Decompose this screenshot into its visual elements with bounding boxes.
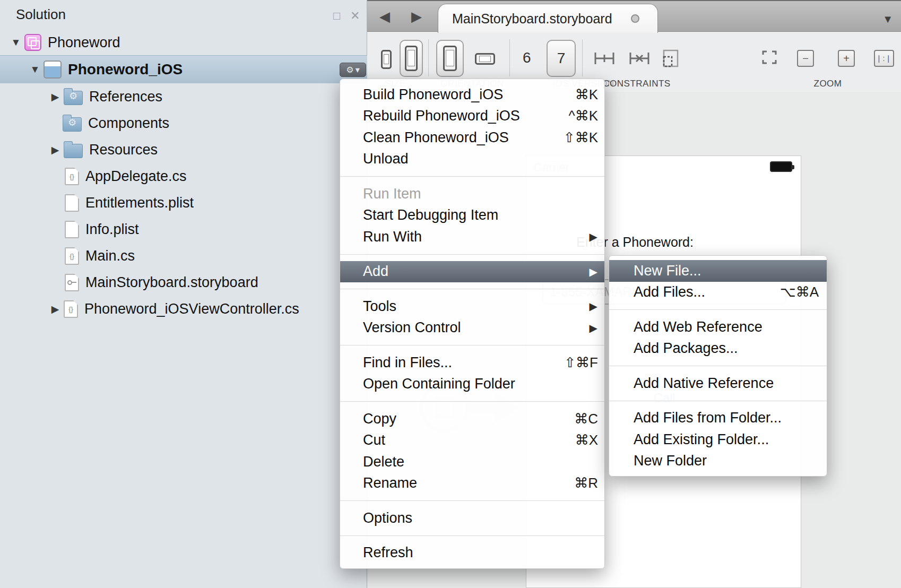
folder-gear-emblem-icon: ⚙ bbox=[63, 117, 81, 128]
portrait-phone-icon bbox=[443, 46, 457, 71]
toolbar-label-constraints: CONSTRAINTS bbox=[603, 79, 670, 89]
tree-item-label: AppDelegate.cs bbox=[85, 168, 187, 185]
ios-version-7-button-selected[interactable]: 7 bbox=[547, 40, 576, 77]
menu-item-shortcut: ^⌘K bbox=[568, 108, 598, 124]
menu-item-unload[interactable]: Unload bbox=[340, 149, 604, 170]
orientation-portrait-button-selected[interactable] bbox=[436, 40, 464, 77]
pad-minimize-icon[interactable]: □ bbox=[333, 11, 340, 21]
menu-item-copy[interactable]: Copy ⌘C bbox=[340, 408, 604, 430]
version-label: 7 bbox=[557, 50, 566, 67]
expander-expanded-icon[interactable]: ▼ bbox=[27, 64, 44, 75]
menu-item-label: Add Web Reference bbox=[634, 319, 763, 335]
editor-tab-bar: ◀ ▶ MainStoryboard.storyboard ▼ bbox=[367, 0, 901, 32]
zoom-out-button[interactable]: − bbox=[797, 50, 814, 67]
menu-separator bbox=[609, 401, 827, 401]
menu-item-delete[interactable]: Delete bbox=[340, 451, 604, 473]
constraint-width-button[interactable] bbox=[593, 51, 616, 66]
size-iphone35-button[interactable] bbox=[381, 50, 392, 69]
tree-item-maincs[interactable]: {} Main.cs bbox=[0, 243, 367, 269]
tree-item-appdelegate[interactable]: {} AppDelegate.cs bbox=[0, 163, 367, 189]
project-options-gear-button[interactable]: ⚙▾ bbox=[340, 63, 366, 77]
solution-pad-header: Solution □ ✕ bbox=[0, 0, 367, 28]
tree-item-label: Info.plist bbox=[85, 221, 139, 238]
menu-item-label: Clean Phoneword_iOS bbox=[363, 129, 509, 146]
zoom-in-button[interactable]: + bbox=[838, 50, 855, 67]
menu-item-label: Run With bbox=[363, 229, 422, 245]
menu-separator bbox=[609, 366, 827, 366]
menu-item-cut[interactable]: Cut ⌘X bbox=[340, 430, 604, 452]
orientation-landscape-button[interactable] bbox=[475, 53, 495, 65]
menu-item-start-debugging-item[interactable]: Start Debugging Item bbox=[340, 205, 604, 227]
menu-item-rename[interactable]: Rename ⌘R bbox=[340, 473, 604, 495]
tab-mainstoryboard[interactable]: MainStoryboard.storyboard bbox=[438, 4, 658, 33]
tree-item-infoplist[interactable]: Info.plist bbox=[0, 216, 367, 243]
ios-version-6-button[interactable]: 6 bbox=[523, 49, 531, 66]
toolbar-separator bbox=[509, 39, 510, 76]
menu-item-label: Rename bbox=[363, 475, 417, 491]
menu-item-clean[interactable]: Clean Phoneword_iOS ⇧⌘K bbox=[340, 127, 604, 149]
csharp-glyph: {} bbox=[70, 252, 74, 260]
menu-separator bbox=[340, 401, 604, 402]
menu-item-options[interactable]: Options bbox=[340, 507, 604, 529]
tree-item-entitlements[interactable]: Entitlements.plist bbox=[0, 189, 367, 216]
menu-item-label: Delete bbox=[363, 454, 404, 470]
tree-item-components[interactable]: ⚙ Components bbox=[0, 110, 367, 136]
menu-separator bbox=[340, 176, 604, 177]
tree-item-references[interactable]: ▶ ⚙ References bbox=[0, 83, 367, 110]
menu-item-label: New File... bbox=[634, 263, 701, 279]
zoom-fit-button[interactable] bbox=[761, 50, 778, 67]
expander-collapsed-icon[interactable]: ▶ bbox=[47, 144, 64, 156]
zoom-actual-size-button[interactable]: ❘:❘ bbox=[874, 50, 894, 67]
menu-item-rebuild[interactable]: Rebuild Phoneword_iOS ^⌘K bbox=[340, 106, 604, 127]
submenu-item-add-existing-folder[interactable]: Add Existing Folder... bbox=[609, 429, 827, 451]
tree-item-label: Components bbox=[88, 115, 169, 132]
submenu-item-add-files[interactable]: Add Files... ⌥⌘A bbox=[609, 282, 827, 304]
tree-item-resources[interactable]: ▶ Resources bbox=[0, 136, 367, 163]
submenu-item-add-files-from-folder[interactable]: Add Files from Folder... bbox=[609, 408, 827, 429]
tab-list-dropdown-icon[interactable]: ▼ bbox=[882, 13, 893, 25]
gear-caret-icon: ▾ bbox=[356, 65, 360, 75]
submenu-item-new-file[interactable]: New File... bbox=[609, 260, 827, 282]
constraint-remove-button[interactable] bbox=[628, 51, 651, 66]
menu-item-label: Find in Files... bbox=[363, 354, 452, 371]
solution-pad: Solution □ ✕ ▼ Phoneword ▼ Phoneword_iOS… bbox=[0, 0, 367, 588]
menu-item-open-containing-folder[interactable]: Open Containing Folder bbox=[340, 374, 604, 395]
menu-item-label: Unload bbox=[363, 151, 409, 167]
navigate-forward-icon[interactable]: ▶ bbox=[411, 8, 422, 25]
menu-item-run-with[interactable]: Run With ▶ bbox=[340, 226, 604, 248]
tree-item-phoneword-ios-project[interactable]: ▼ Phoneword_iOS bbox=[0, 55, 367, 83]
submenu-item-new-folder[interactable]: New Folder bbox=[609, 451, 827, 472]
submenu-item-add-native-reference[interactable]: Add Native Reference bbox=[609, 373, 827, 394]
menu-item-refresh[interactable]: Refresh bbox=[340, 542, 604, 564]
tab-close-indicator-icon[interactable] bbox=[631, 14, 639, 23]
submenu-item-add-web-reference[interactable]: Add Web Reference bbox=[609, 316, 827, 338]
toolbar-label-zoom: ZOOM bbox=[814, 79, 842, 89]
tree-item-phoneword-solution[interactable]: ▼ Phoneword bbox=[0, 29, 367, 56]
pad-close-icon[interactable]: ✕ bbox=[350, 11, 360, 21]
menu-item-build[interactable]: Build Phoneword_iOS ⌘K bbox=[340, 84, 604, 106]
size-iphone4-button-selected[interactable] bbox=[400, 40, 423, 77]
navigate-back-icon[interactable]: ◀ bbox=[379, 8, 390, 25]
tree-item-viewcontroller[interactable]: ▶ {} Phoneword_iOSViewController.cs bbox=[0, 296, 367, 322]
menu-item-label: Start Debugging Item bbox=[363, 207, 498, 223]
menu-item-label: Add Existing Folder... bbox=[634, 431, 769, 448]
add-submenu: New File... Add Files... ⌥⌘A Add Web Ref… bbox=[609, 255, 827, 477]
expander-collapsed-icon[interactable]: ▶ bbox=[47, 303, 64, 315]
menu-item-version-control[interactable]: Version Control ▶ bbox=[340, 317, 604, 339]
menu-separator bbox=[340, 254, 604, 255]
menu-item-find-in-files[interactable]: Find in Files... ⇧⌘F bbox=[340, 352, 604, 374]
menu-item-shortcut: ⌘R bbox=[574, 475, 598, 491]
csharp-file-icon: {} bbox=[64, 300, 78, 318]
tree-item-label: Phoneword bbox=[48, 34, 120, 51]
constraint-frame-button[interactable] bbox=[662, 49, 679, 68]
expander-expanded-icon[interactable]: ▼ bbox=[7, 37, 24, 48]
expander-collapsed-icon[interactable]: ▶ bbox=[47, 91, 64, 103]
tree-item-mainstoryboard[interactable]: MainStoryboard.storyboard bbox=[0, 269, 367, 296]
tree-item-label: Phoneword_iOSViewController.cs bbox=[84, 301, 299, 317]
menu-item-add[interactable]: Add ▶ bbox=[340, 261, 604, 283]
menu-item-label: Add Files... bbox=[634, 284, 705, 300]
csharp-file-icon: {} bbox=[65, 168, 79, 185]
menu-item-tools[interactable]: Tools ▶ bbox=[340, 296, 604, 317]
tree-item-label: MainStoryboard.storyboard bbox=[85, 274, 258, 291]
submenu-item-add-packages[interactable]: Add Packages... bbox=[609, 338, 827, 360]
